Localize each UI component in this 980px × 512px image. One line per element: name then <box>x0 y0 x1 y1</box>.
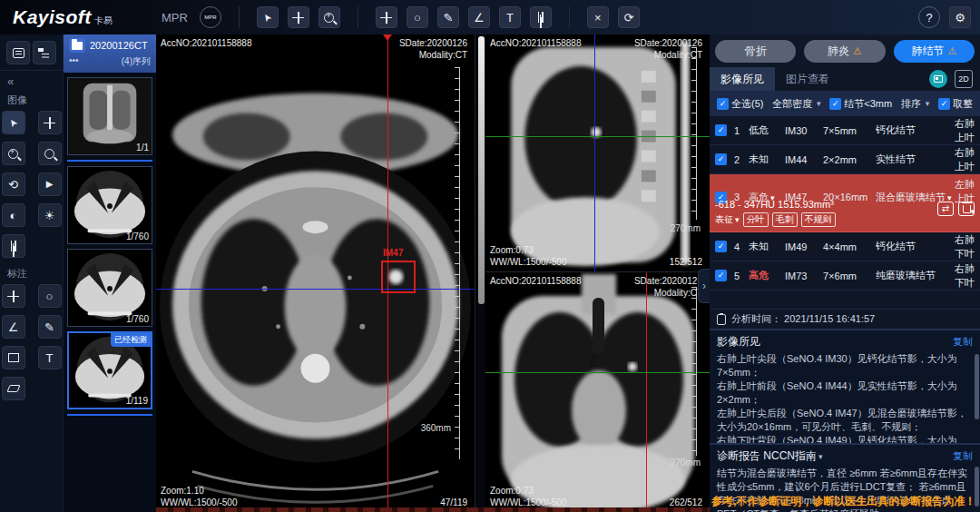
annotate-crosshair-button[interactable] <box>2 284 25 308</box>
series-tree-button[interactable] <box>33 41 56 64</box>
cine-play-button[interactable]: ▶ <box>38 172 62 196</box>
tab-lung-nodule[interactable]: 肺结节⚠ <box>894 40 975 63</box>
window-level-tool-button[interactable] <box>530 6 552 28</box>
annotate-pencil-button[interactable]: ✎ <box>38 315 62 339</box>
text-tool-button[interactable]: T <box>499 6 521 28</box>
mpr-mode-button[interactable]: MPR <box>200 6 221 28</box>
report-card-button[interactable] <box>929 70 947 88</box>
nodule-list: ✓ 1 低危 IM30 7×5mm 钙化结节 右肺上叶 ✓ 2 未知 IM44 … <box>710 116 980 309</box>
collapse-sidebar-button[interactable]: « <box>0 71 63 92</box>
row-checkbox[interactable]: ✓ <box>715 241 727 252</box>
report-title-dropdown[interactable]: 诊断报告 NCCN指南▾ <box>717 448 823 464</box>
small-nodule-checkbox[interactable]: ✓结节<3mm <box>829 97 892 111</box>
coronal-crosshair-horizontal[interactable] <box>485 372 710 373</box>
copy-report-button[interactable]: 复制 <box>953 449 973 463</box>
nodule-row-3-main[interactable]: ✓ 3 高危▾ IM47 20×16mm 混合磨玻璃结节▾ 左肺上叶▾ <box>710 174 980 198</box>
nodule-row-4[interactable]: ✓ 4 未知 IM49 4×4mm 钙化结节 右肺下叶 <box>710 232 980 261</box>
pencil-tool-button[interactable]: ✎ <box>437 6 459 28</box>
series-count-label: (4)序列 <box>122 55 151 68</box>
folder-button[interactable] <box>69 38 85 53</box>
tab-fracture[interactable]: 骨折 <box>715 40 796 63</box>
view-subtabs: 影像所见 图片查看 2D <box>710 67 980 91</box>
close-tool-button[interactable]: × <box>587 6 609 28</box>
row-checkbox[interactable]: ✓ <box>715 153 727 165</box>
subtab-picture-view[interactable]: 图片查看 <box>775 67 840 92</box>
zoom-in-tool-button[interactable] <box>318 6 340 28</box>
density-dropdown[interactable]: 全部密度▾ <box>772 97 821 111</box>
ellipse-tool-button[interactable]: ○ <box>407 6 428 28</box>
compare-button[interactable]: ⇄ <box>937 202 954 216</box>
series-thumbnail-scout[interactable]: 1/1 <box>67 77 152 155</box>
subtab-findings[interactable]: 影像所见 <box>710 67 775 92</box>
feature-dropdown[interactable]: 表征▾ <box>715 213 740 226</box>
findings-scrollbar-thumb[interactable] <box>975 354 979 419</box>
annotate-ellipse-button[interactable]: ○ <box>38 284 62 308</box>
help-button[interactable]: ? <box>918 6 940 28</box>
brightness-button[interactable]: ☀ <box>38 203 62 227</box>
zoom-in-tool-button[interactable] <box>2 142 25 165</box>
round-checkbox[interactable]: ✓取整 <box>938 97 973 111</box>
eraser-button[interactable] <box>2 377 25 400</box>
rotate-tool-button[interactable]: ⟲ <box>2 172 25 196</box>
study-header[interactable]: 20200126CT ••• (4)序列 <box>64 34 156 73</box>
annotate-angle-button[interactable]: ∠ <box>2 315 25 339</box>
tab-pneumonia[interactable]: 肺炎⚠ <box>804 40 885 63</box>
nodule-row-5[interactable]: ✓ 5 高危 IM73 7×6mm 纯磨玻璃结节 右肺下叶 <box>710 261 980 290</box>
annotate-rectangle-button[interactable] <box>2 346 25 369</box>
tab-label: 骨折 <box>745 44 767 59</box>
pointer-tool-button[interactable]: ➤ <box>2 111 25 134</box>
check-icon: ✓ <box>718 242 725 251</box>
axial-scrollbar[interactable] <box>476 34 485 512</box>
panel-expand-handle[interactable]: › <box>698 269 710 303</box>
nodule-row-1[interactable]: ✓ 1 低危 IM30 7×5mm 钙化结节 右肺上叶 <box>710 116 980 145</box>
series-thumbnail-3[interactable]: 1/760 <box>67 249 152 327</box>
settings-button[interactable]: ⚙ <box>949 6 971 28</box>
modality-label: Modality:CT <box>399 49 467 61</box>
crosshair-tool-button[interactable] <box>376 6 397 28</box>
angle-tool-button[interactable]: ∠ <box>468 6 490 28</box>
search-icon <box>44 149 54 159</box>
series-thumbnail-2[interactable]: 1/760 <box>67 166 152 244</box>
axial-viewport[interactable]: IM47 360mm AccNO:202101158888 SDate:2020… <box>156 34 475 512</box>
image-number: IM30 <box>785 125 823 136</box>
coronal-ruler <box>691 287 697 456</box>
axial-scrollbar-thumb[interactable] <box>478 36 485 304</box>
copy-findings-button[interactable]: 复制 <box>953 335 973 349</box>
nodule-row-2[interactable]: ✓ 2 未知 IM44 2×2mm 实性结节 右肺上叶 <box>710 145 980 174</box>
coronal-viewport[interactable]: 270mm AccNO:202101158888 SDate:20200126 … <box>485 272 710 512</box>
sagittal-viewport[interactable]: 270mm AccNO:202101158888 SDate:20200126 … <box>485 34 710 272</box>
pointer-tool-button[interactable]: ➤ <box>257 6 279 28</box>
thumbnail-index: 1/1 <box>136 143 149 153</box>
select-all-checkbox[interactable]: ✓全选(5) <box>717 97 763 111</box>
layout-list-button[interactable] <box>6 41 30 64</box>
pencil-icon: ✎ <box>44 321 54 333</box>
magnify-tool-button[interactable] <box>38 142 62 165</box>
pencil-icon: ✎ <box>443 12 453 24</box>
coronal-crosshair-vertical[interactable] <box>646 272 647 512</box>
study-date-modality-label: SDate:20200126 Modality:CT <box>634 37 702 61</box>
app-window: Kayisoft 卡易 MPR MPR ➤ ○ ✎ ∠ T × ⟳ ? ⚙ <box>0 0 980 512</box>
pan-tool-button[interactable] <box>38 111 62 134</box>
axial-crosshair-horizontal[interactable] <box>156 289 475 290</box>
sagittal-crosshair-vertical[interactable] <box>594 34 595 271</box>
nodule-row-3-selected[interactable]: ✓ 3 高危▾ IM47 20×16mm 混合磨玻璃结节▾ 左肺上叶▾ -618… <box>710 174 980 232</box>
2d-icon: 2D <box>958 74 969 84</box>
tag-irregular: 不规则 <box>801 212 836 227</box>
delete-nodule-button[interactable] <box>958 202 975 216</box>
nodule-location: 右肺上叶 <box>954 146 975 173</box>
zoom-in-icon <box>324 13 334 23</box>
sagittal-crosshair-horizontal[interactable] <box>485 136 710 137</box>
annotate-text-button[interactable]: T <box>38 346 62 369</box>
sort-dropdown[interactable]: 排序▾ <box>901 97 930 111</box>
invert-contrast-button[interactable]: ◐ <box>2 203 25 227</box>
reset-rotate-button[interactable]: ⟳ <box>618 6 640 28</box>
pan-tool-button[interactable] <box>288 6 309 28</box>
2d-view-button[interactable]: 2D <box>955 70 973 88</box>
row-checkbox[interactable]: ✓ <box>715 124 727 136</box>
row-checkbox[interactable]: ✓ <box>715 270 727 281</box>
feature-label: 表征 <box>715 214 733 224</box>
series-thumbnail-selected[interactable]: 已经检测 1/119 <box>67 331 152 409</box>
nodule-roi-box[interactable] <box>381 261 416 293</box>
window-level-button[interactable] <box>2 234 25 258</box>
more-icon[interactable]: ••• <box>69 55 79 68</box>
